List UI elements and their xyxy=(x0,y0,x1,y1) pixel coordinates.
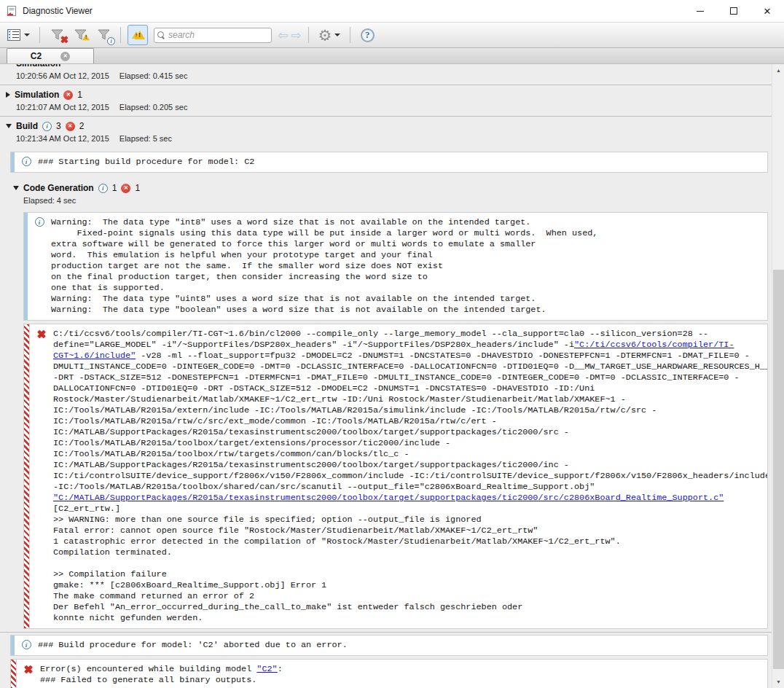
info-badge-icon: i xyxy=(107,37,115,45)
clipped-section-title: Simulation xyxy=(0,64,772,69)
minimize-icon xyxy=(697,11,704,12)
timestamp-text: 10:20:56 AM Oct 12, 2015 xyxy=(16,71,109,80)
help-button[interactable]: ? xyxy=(357,25,377,45)
timestamp: 10:20:56 AM Oct 12, 2015Elapsed: 0.415 s… xyxy=(0,69,772,85)
filter-info-button[interactable]: i xyxy=(93,25,114,45)
message-text: ### Build procedure for model: 'C2' abor… xyxy=(38,636,767,655)
elapsed-text: Elapsed: 5 sec xyxy=(119,134,172,143)
filter-warnings-button[interactable] xyxy=(70,25,90,45)
info-count: 1 xyxy=(112,183,117,193)
toolbar-separator xyxy=(39,27,40,43)
final-error-card: ✖ Error(s) encountered while building mo… xyxy=(10,659,768,688)
maximize-icon xyxy=(730,7,737,15)
error-count: 1 xyxy=(77,90,82,100)
section-title: Simulation xyxy=(15,90,59,100)
app-icon xyxy=(6,5,17,17)
section-title: Build xyxy=(16,121,38,131)
forward-button[interactable]: ⇨ xyxy=(291,29,301,42)
help-icon: ? xyxy=(361,28,375,42)
close-button[interactable]: ✕ xyxy=(750,0,784,22)
chevron-down-icon xyxy=(334,34,340,36)
info-icon: i xyxy=(35,217,44,227)
error-badge-icon: ✖ xyxy=(60,34,68,45)
chevron-down-icon xyxy=(6,124,12,128)
info-message-card: i ### Starting build procedure for model… xyxy=(10,152,768,173)
message-text: ### Starting build procedure for model: … xyxy=(38,152,767,172)
maximize-button[interactable] xyxy=(717,0,750,22)
log-content: Simulation 10:20:56 AM Oct 12, 2015Elaps… xyxy=(0,64,772,688)
tab-bar: C2 xyxy=(0,48,784,64)
toolbar-separator xyxy=(120,27,121,43)
tab-label: C2 xyxy=(31,51,42,61)
view-options-button[interactable] xyxy=(4,25,33,45)
error-message-card: ✖ C:/ti/ccsv6/tools/compiler/TI-CGT~1.6/… xyxy=(23,324,768,629)
gear-icon: ⚙ xyxy=(318,28,332,43)
warning-badge-icon xyxy=(81,31,91,44)
error-count-icon xyxy=(66,122,75,131)
warning-message-card: i Warning: The data type "int8" uses a w… xyxy=(23,212,768,321)
info-count-icon: i xyxy=(42,122,52,131)
minimize-button[interactable] xyxy=(683,0,717,22)
info-icon: i xyxy=(22,157,31,166)
info-count-icon: i xyxy=(98,184,108,193)
chevron-down-icon xyxy=(24,34,30,36)
search-box xyxy=(154,28,272,43)
section-code-generation: Code Generation i 1 1 Elapsed: 4 sec i W… xyxy=(0,179,772,629)
section-title: Code Generation xyxy=(23,183,94,193)
scroll-up-button[interactable]: ▲ xyxy=(772,64,784,77)
error-accent-bar xyxy=(11,660,17,688)
section-build: Build i 3 2 10:21:34 AM Oct 12, 2015Elap… xyxy=(0,117,772,688)
elapsed-text: Elapsed: 0.205 sec xyxy=(119,103,188,112)
close-icon: ✕ xyxy=(764,7,772,16)
source-file-link[interactable]: "C:/MATLAB/SupportPackages/R2015a/texasi… xyxy=(53,493,724,503)
elapsed-line: Elapsed: 4 sec xyxy=(13,194,772,209)
search-input[interactable] xyxy=(168,30,263,40)
final-error-segment: Error(s) encountered while building mode… xyxy=(40,664,256,674)
search-icon xyxy=(157,31,165,39)
timestamp: 10:21:34 AM Oct 12, 2015Elapsed: 5 sec xyxy=(0,132,772,147)
compile-error-text: C:/ti/ccsv6/tools/compiler/TI-CGT~1.6/bi… xyxy=(53,324,767,628)
window-title: Diagnostic Viewer xyxy=(23,6,683,16)
diagnostic-viewer-window: Diagnostic Viewer ✕ ✖ xyxy=(0,0,784,688)
elapsed-text: Elapsed: 4 sec xyxy=(23,196,76,205)
settings-button[interactable]: ⚙ xyxy=(315,25,344,45)
toolbar-separator xyxy=(308,27,309,43)
error-count: 2 xyxy=(79,121,85,131)
error-icon: ✖ xyxy=(24,664,34,688)
vertical-scrollbar: ▲ ▼ xyxy=(772,64,784,688)
error-count: 1 xyxy=(135,183,140,193)
compile-error-segment: -v28 -ml --float_support=fpu32 -DMODEL=C… xyxy=(53,351,767,492)
chevron-right-icon xyxy=(6,92,10,98)
toolbar: ✖ i ⇦ ⇨ ⚙ xyxy=(0,22,784,48)
info-message-card: i ### Build procedure for model: 'C2' ab… xyxy=(10,635,768,656)
info-count: 3 xyxy=(56,121,61,131)
info-icon: i xyxy=(22,640,31,649)
tab-c2[interactable]: C2 xyxy=(7,48,94,63)
compile-error-segment: [C2_ert_rtw.] >> WARNING: more than one … xyxy=(53,504,621,623)
timestamp: 10:21:07 AM Oct 12, 2015Elapsed: 0.205 s… xyxy=(0,101,772,116)
title-bar: Diagnostic Viewer ✕ xyxy=(0,0,784,22)
elapsed-text: Elapsed: 0.415 sec xyxy=(119,71,188,80)
error-icon: ✖ xyxy=(37,329,47,628)
simulation-section-header[interactable]: Simulation 1 xyxy=(0,85,772,101)
scroll-down-button[interactable]: ▼ xyxy=(772,676,784,688)
timestamp-text: 10:21:07 AM Oct 12, 2015 xyxy=(16,103,109,112)
warning-triangle-icon xyxy=(135,31,145,39)
filter-errors-button[interactable]: ✖ xyxy=(47,25,67,45)
back-button[interactable]: ⇦ xyxy=(278,29,288,42)
scrollbar-thumb[interactable] xyxy=(773,270,784,669)
codegen-section-header[interactable]: Code Generation i 1 1 xyxy=(13,179,772,194)
model-c2-link[interactable]: "C2" xyxy=(256,664,277,674)
error-count-icon xyxy=(63,90,73,100)
section-previous: Simulation 10:20:56 AM Oct 12, 2015Elaps… xyxy=(0,64,772,85)
chevron-down-icon xyxy=(13,186,19,190)
section-simulation: Simulation 1 10:21:07 AM Oct 12, 2015Ela… xyxy=(0,85,772,116)
timestamp-text: 10:21:34 AM Oct 12, 2015 xyxy=(16,134,109,143)
show-warnings-toggle[interactable] xyxy=(128,25,148,45)
build-section-header[interactable]: Build i 3 2 xyxy=(0,117,772,132)
final-error-text: Error(s) encountered while building mode… xyxy=(40,660,767,688)
toolbar-separator xyxy=(350,27,350,43)
list-view-icon xyxy=(7,29,21,41)
tab-close-icon[interactable] xyxy=(60,52,70,61)
warning-text: Warning: The data type "int8" uses a wor… xyxy=(51,213,767,320)
